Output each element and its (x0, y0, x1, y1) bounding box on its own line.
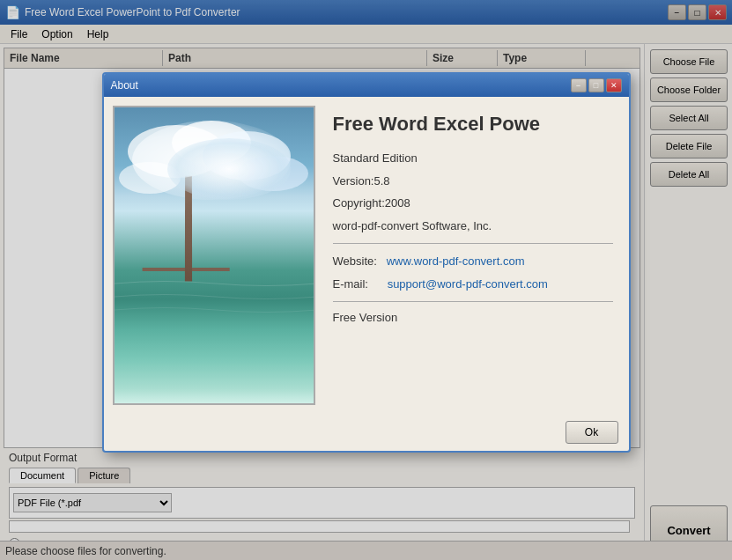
copyright-line: Copyright:2008 (333, 195, 613, 212)
about-dialog: About − □ ✕ (102, 72, 631, 453)
dialog-info: Free Word Excel Powe Standard Edition Ve… (326, 106, 620, 405)
svg-point-2 (203, 131, 291, 181)
svg-point-4 (238, 156, 308, 191)
dialog-title-text: About (111, 79, 571, 92)
dialog-body: Free Word Excel Powe Standard Edition Ve… (104, 97, 629, 414)
info-divider-2 (333, 301, 613, 302)
svg-point-1 (172, 121, 251, 165)
svg-point-3 (119, 162, 181, 194)
dialog-footer: Ok (104, 414, 629, 451)
info-divider (333, 243, 613, 244)
website-label: Website: (333, 254, 377, 268)
ok-button[interactable]: Ok (566, 421, 618, 444)
cloud-svg (115, 107, 315, 266)
app-title-big: Free Word Excel Powe (333, 113, 613, 136)
version-line: Version:5.8 (333, 173, 613, 190)
email-label: E-mail: (333, 277, 368, 291)
email-link[interactable]: support@word-pdf-convert.com (388, 277, 548, 291)
dialog-image (113, 106, 315, 405)
dialog-maximize-button[interactable]: □ (588, 78, 604, 92)
edition-line: Standard Edition (333, 150, 613, 167)
website-link[interactable]: www.word-pdf-convert.com (387, 254, 525, 268)
modal-overlay: About − □ ✕ (0, 0, 732, 560)
dialog-title-bar: About − □ ✕ (104, 74, 629, 97)
free-version-text: Free Version (333, 311, 613, 324)
dialog-close-button[interactable]: ✕ (606, 78, 622, 92)
dialog-minimize-button[interactable]: − (571, 78, 587, 92)
company-line: word-pdf-convert Software, Inc. (333, 217, 613, 235)
email-line: E-mail: support@word-pdf-convert.com (333, 276, 613, 293)
website-line: Website: www.word-pdf-convert.com (333, 253, 613, 270)
dialog-title-buttons: − □ ✕ (571, 78, 622, 92)
